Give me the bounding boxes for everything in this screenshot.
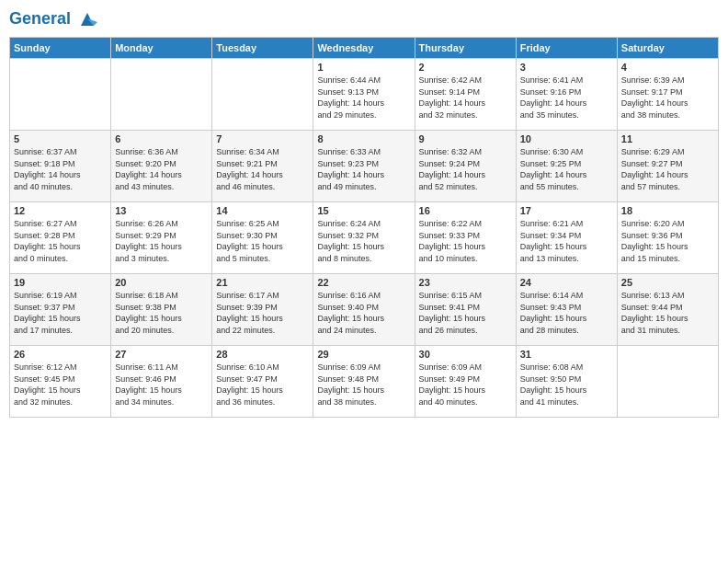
day-cell: 31Sunrise: 6:08 AM Sunset: 9:50 PM Dayli… <box>516 346 617 418</box>
day-cell: 15Sunrise: 6:24 AM Sunset: 9:32 PM Dayli… <box>313 202 415 274</box>
weekday-header-friday: Friday <box>516 38 617 59</box>
day-number: 15 <box>317 205 410 216</box>
day-info: Sunrise: 6:24 AM Sunset: 9:32 PM Dayligh… <box>317 218 410 264</box>
day-number: 13 <box>115 205 208 216</box>
day-info: Sunrise: 6:41 AM Sunset: 9:16 PM Dayligh… <box>520 75 613 121</box>
logo-text: General <box>9 9 97 29</box>
day-cell: 17Sunrise: 6:21 AM Sunset: 9:34 PM Dayli… <box>516 202 617 274</box>
day-info: Sunrise: 6:29 AM Sunset: 9:27 PM Dayligh… <box>621 146 714 192</box>
day-number: 21 <box>216 277 309 288</box>
day-info: Sunrise: 6:39 AM Sunset: 9:17 PM Dayligh… <box>621 75 714 121</box>
header: General <box>9 9 719 29</box>
day-number: 12 <box>14 205 107 216</box>
day-info: Sunrise: 6:32 AM Sunset: 9:24 PM Dayligh… <box>419 146 512 192</box>
day-info: Sunrise: 6:10 AM Sunset: 9:47 PM Dayligh… <box>216 362 309 408</box>
day-cell: 19Sunrise: 6:19 AM Sunset: 9:37 PM Dayli… <box>10 274 111 346</box>
day-number: 26 <box>14 349 107 360</box>
day-number: 7 <box>216 133 309 144</box>
day-info: Sunrise: 6:11 AM Sunset: 9:46 PM Dayligh… <box>115 362 208 408</box>
day-number: 4 <box>621 62 714 73</box>
day-cell: 23Sunrise: 6:15 AM Sunset: 9:41 PM Dayli… <box>415 274 516 346</box>
day-number: 14 <box>216 205 309 216</box>
day-cell: 14Sunrise: 6:25 AM Sunset: 9:30 PM Dayli… <box>212 202 313 274</box>
day-info: Sunrise: 6:08 AM Sunset: 9:50 PM Dayligh… <box>520 362 613 408</box>
day-number: 27 <box>115 349 208 360</box>
day-info: Sunrise: 6:12 AM Sunset: 9:45 PM Dayligh… <box>14 362 107 408</box>
day-cell <box>111 59 212 131</box>
day-info: Sunrise: 6:30 AM Sunset: 9:25 PM Dayligh… <box>520 146 613 192</box>
day-number: 31 <box>520 349 613 360</box>
day-cell: 28Sunrise: 6:10 AM Sunset: 9:47 PM Dayli… <box>212 346 313 418</box>
day-number: 11 <box>621 133 714 144</box>
day-number: 17 <box>520 205 613 216</box>
day-cell: 20Sunrise: 6:18 AM Sunset: 9:38 PM Dayli… <box>111 274 212 346</box>
weekday-header-monday: Monday <box>111 38 212 59</box>
week-row-1: 1Sunrise: 6:44 AM Sunset: 9:13 PM Daylig… <box>10 59 719 131</box>
day-number: 22 <box>317 277 410 288</box>
day-number: 24 <box>520 277 613 288</box>
day-number: 6 <box>115 133 208 144</box>
weekday-header-wednesday: Wednesday <box>313 38 415 59</box>
svg-marker-0 <box>81 13 94 26</box>
day-info: Sunrise: 6:15 AM Sunset: 9:41 PM Dayligh… <box>419 290 512 336</box>
day-info: Sunrise: 6:33 AM Sunset: 9:23 PM Dayligh… <box>317 146 410 192</box>
week-row-5: 26Sunrise: 6:12 AM Sunset: 9:45 PM Dayli… <box>10 346 719 418</box>
day-info: Sunrise: 6:16 AM Sunset: 9:40 PM Dayligh… <box>317 290 410 336</box>
day-info: Sunrise: 6:09 AM Sunset: 9:49 PM Dayligh… <box>419 362 512 408</box>
day-cell <box>617 346 718 418</box>
day-cell: 7Sunrise: 6:34 AM Sunset: 9:21 PM Daylig… <box>212 131 313 202</box>
day-cell: 29Sunrise: 6:09 AM Sunset: 9:48 PM Dayli… <box>313 346 415 418</box>
day-info: Sunrise: 6:22 AM Sunset: 9:33 PM Dayligh… <box>419 218 512 264</box>
weekday-header-tuesday: Tuesday <box>212 38 313 59</box>
day-info: Sunrise: 6:37 AM Sunset: 9:18 PM Dayligh… <box>14 146 107 192</box>
logo-general: General <box>9 9 71 28</box>
day-number: 9 <box>419 133 512 144</box>
week-row-3: 12Sunrise: 6:27 AM Sunset: 9:28 PM Dayli… <box>10 202 719 274</box>
day-cell: 6Sunrise: 6:36 AM Sunset: 9:20 PM Daylig… <box>111 131 212 202</box>
day-number: 23 <box>419 277 512 288</box>
weekday-header-row: SundayMondayTuesdayWednesdayThursdayFrid… <box>10 38 719 59</box>
logo-icon <box>77 9 97 29</box>
day-cell: 25Sunrise: 6:13 AM Sunset: 9:44 PM Dayli… <box>617 274 718 346</box>
day-cell: 3Sunrise: 6:41 AM Sunset: 9:16 PM Daylig… <box>516 59 617 131</box>
day-info: Sunrise: 6:14 AM Sunset: 9:43 PM Dayligh… <box>520 290 613 336</box>
day-cell: 4Sunrise: 6:39 AM Sunset: 9:17 PM Daylig… <box>617 59 718 131</box>
day-number: 5 <box>14 133 107 144</box>
day-number: 30 <box>419 349 512 360</box>
day-number: 8 <box>317 133 410 144</box>
page: General SundayMondayTuesdayWednesdayThur… <box>0 0 728 563</box>
day-info: Sunrise: 6:25 AM Sunset: 9:30 PM Dayligh… <box>216 218 309 264</box>
day-info: Sunrise: 6:21 AM Sunset: 9:34 PM Dayligh… <box>520 218 613 264</box>
day-number: 16 <box>419 205 512 216</box>
day-cell: 1Sunrise: 6:44 AM Sunset: 9:13 PM Daylig… <box>313 59 415 131</box>
logo: General <box>9 9 97 29</box>
day-cell: 13Sunrise: 6:26 AM Sunset: 9:29 PM Dayli… <box>111 202 212 274</box>
day-info: Sunrise: 6:19 AM Sunset: 9:37 PM Dayligh… <box>14 290 107 336</box>
day-info: Sunrise: 6:20 AM Sunset: 9:36 PM Dayligh… <box>621 218 714 264</box>
day-cell <box>10 59 111 131</box>
day-cell: 26Sunrise: 6:12 AM Sunset: 9:45 PM Dayli… <box>10 346 111 418</box>
week-row-2: 5Sunrise: 6:37 AM Sunset: 9:18 PM Daylig… <box>10 131 719 202</box>
day-cell: 10Sunrise: 6:30 AM Sunset: 9:25 PM Dayli… <box>516 131 617 202</box>
day-cell <box>212 59 313 131</box>
day-number: 18 <box>621 205 714 216</box>
day-number: 1 <box>317 62 410 73</box>
day-cell: 2Sunrise: 6:42 AM Sunset: 9:14 PM Daylig… <box>415 59 516 131</box>
day-cell: 30Sunrise: 6:09 AM Sunset: 9:49 PM Dayli… <box>415 346 516 418</box>
week-row-4: 19Sunrise: 6:19 AM Sunset: 9:37 PM Dayli… <box>10 274 719 346</box>
day-info: Sunrise: 6:36 AM Sunset: 9:20 PM Dayligh… <box>115 146 208 192</box>
day-info: Sunrise: 6:26 AM Sunset: 9:29 PM Dayligh… <box>115 218 208 264</box>
day-number: 28 <box>216 349 309 360</box>
day-cell: 27Sunrise: 6:11 AM Sunset: 9:46 PM Dayli… <box>111 346 212 418</box>
day-cell: 5Sunrise: 6:37 AM Sunset: 9:18 PM Daylig… <box>10 131 111 202</box>
day-info: Sunrise: 6:44 AM Sunset: 9:13 PM Dayligh… <box>317 75 410 121</box>
day-cell: 18Sunrise: 6:20 AM Sunset: 9:36 PM Dayli… <box>617 202 718 274</box>
weekday-header-thursday: Thursday <box>415 38 516 59</box>
weekday-header-saturday: Saturday <box>617 38 718 59</box>
day-info: Sunrise: 6:17 AM Sunset: 9:39 PM Dayligh… <box>216 290 309 336</box>
day-info: Sunrise: 6:18 AM Sunset: 9:38 PM Dayligh… <box>115 290 208 336</box>
day-cell: 9Sunrise: 6:32 AM Sunset: 9:24 PM Daylig… <box>415 131 516 202</box>
day-number: 19 <box>14 277 107 288</box>
day-cell: 8Sunrise: 6:33 AM Sunset: 9:23 PM Daylig… <box>313 131 415 202</box>
day-number: 20 <box>115 277 208 288</box>
